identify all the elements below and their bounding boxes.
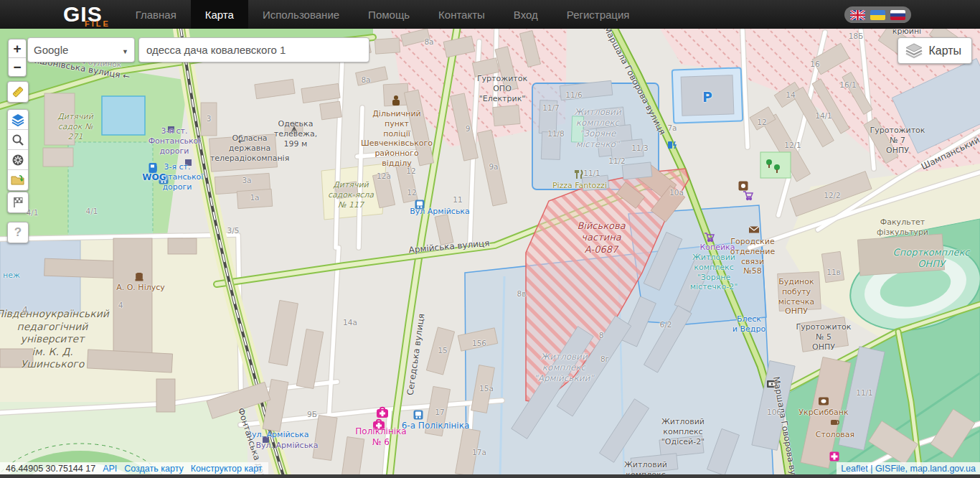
map-graphics: [0, 0, 980, 478]
ruler-icon[interactable]: [8, 82, 28, 102]
post-office-icon: [749, 227, 759, 233]
route-tool: [7, 192, 29, 213]
bus-stop-icon: [415, 200, 425, 210]
zoom-in-button[interactable]: +: [9, 39, 26, 57]
tram-stop-icon: [263, 436, 269, 443]
window-bottom-edge: [0, 474, 980, 478]
english-flag-icon[interactable]: [850, 10, 865, 20]
open-map-folder-icon[interactable]: [8, 170, 28, 190]
maps-layers-button[interactable]: Карты: [897, 37, 972, 64]
map-attribution[interactable]: Leaflet | GISFile, map.land.gov.ua: [837, 462, 980, 474]
settings-icon[interactable]: [8, 150, 28, 170]
gisfile-app: Дитячий садок № 271 3-я ст. Фонтанської …: [0, 0, 980, 478]
nav-item-home[interactable]: Главная: [121, 0, 191, 29]
tram-stop-icon: [185, 159, 192, 166]
ev-charger-icon: [668, 141, 676, 149]
top-navigation: GIS FILE Главная Карта Использование Пом…: [0, 0, 980, 29]
create-map-link[interactable]: Создать карту: [124, 464, 183, 474]
help-tool: ?: [7, 222, 29, 243]
bus-stop-icon: [159, 175, 169, 184]
map-constructor-link[interactable]: Конструктор карт: [191, 464, 263, 474]
nav-item-help[interactable]: Помощь: [354, 0, 424, 29]
pharmacy-icon: [830, 452, 839, 461]
gisfile-logo[interactable]: GIS FILE: [63, 0, 103, 29]
fuel-station-icon: [149, 163, 157, 173]
coordinates-readout: 46.44905 30.75144 17: [6, 464, 95, 474]
search-bar: Google ▼: [27, 37, 369, 62]
measure-tool: [7, 81, 29, 103]
language-switcher: [844, 6, 911, 23]
status-bar: 46.44905 30.75144 17 API Создать карту К…: [0, 462, 268, 474]
atm-icon: [767, 380, 777, 388]
nav-item-map[interactable]: Карта: [191, 0, 248, 29]
nav-item-contacts[interactable]: Контакты: [424, 0, 499, 29]
zoom-out-button[interactable]: −: [9, 58, 26, 76]
maps-button-label: Карты: [928, 44, 961, 57]
bank-icon: [819, 398, 829, 406]
russian-flag-icon[interactable]: [890, 10, 905, 20]
search-icon[interactable]: [8, 130, 28, 150]
layers-icon[interactable]: [8, 110, 28, 130]
kiosk-icon: [739, 182, 748, 191]
nav-item-login[interactable]: Вход: [499, 0, 552, 29]
map-canvas[interactable]: Дитячий садок № 271 3-я ст. Фонтанської …: [0, 0, 980, 478]
ukrainian-flag-icon[interactable]: [870, 10, 885, 20]
search-input[interactable]: [138, 37, 369, 62]
tram-stop-icon: [168, 126, 174, 133]
nav-item-register[interactable]: Регистрация: [552, 0, 644, 29]
api-link[interactable]: API: [103, 464, 117, 474]
basemap-select[interactable]: Google: [27, 37, 135, 62]
logo-file-text: FILE: [85, 19, 110, 28]
help-button[interactable]: ?: [8, 222, 28, 243]
map-tool-group: [7, 109, 29, 191]
bus-stop-icon: [414, 411, 423, 420]
nav-item-usage[interactable]: Использование: [248, 0, 354, 29]
layers-stack-icon: [905, 43, 923, 59]
finish-flag-icon[interactable]: [8, 192, 28, 212]
zoom-control: + −: [8, 39, 27, 77]
monument-icon: [136, 273, 143, 281]
